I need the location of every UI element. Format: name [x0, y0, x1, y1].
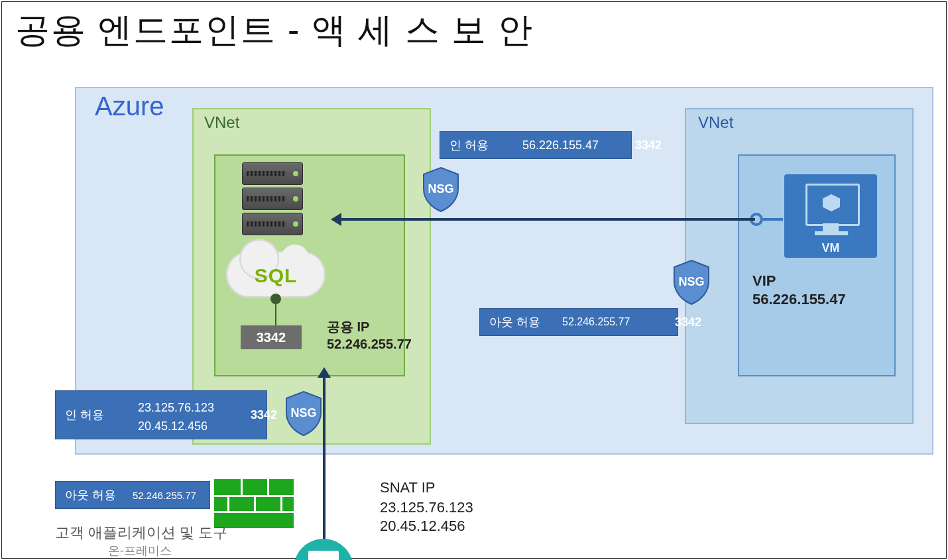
- rule-ip: 52.246.255.77: [126, 490, 206, 501]
- rule-ip: 52.246.255.77: [556, 316, 668, 328]
- rule-port: 3342: [628, 139, 678, 152]
- vm-label: VM: [784, 241, 877, 255]
- sql-cloud-icon: SQL: [226, 246, 326, 299]
- firewall-icon: [214, 479, 294, 528]
- rule-port: 3342: [668, 315, 718, 329]
- rule-ips: 23.125.76.123 20.45.12.456: [131, 394, 244, 435]
- nsg-shield-right: NSG: [672, 259, 711, 306]
- rule-ip2: 20.45.12.456: [138, 417, 237, 435]
- diagram-frame: 공용 엔드포인트 - 액 세 스 보 안 Azure VNet SQL 3342…: [1, 1, 947, 559]
- rule-action: 인 허용: [440, 137, 516, 153]
- onprem-subtitle: 온-프레미스: [108, 543, 172, 559]
- public-ip-value: 52.246.255.77: [327, 337, 412, 352]
- azure-label: Azure: [95, 91, 164, 121]
- svg-text:NSG: NSG: [678, 275, 704, 288]
- vnet-left-label: VNet: [204, 113, 239, 132]
- rule-action: 아웃 허용: [480, 314, 556, 330]
- rule-top-in: 인 허용 56.226.155.47 3342: [440, 131, 632, 159]
- arrow-vm-to-sql: [333, 218, 755, 221]
- public-ip-label: 공용 IP: [327, 318, 369, 336]
- vm-endpoint-stem: [763, 218, 783, 221]
- vip-label: VIP: [752, 272, 776, 290]
- rule-ip1: 23.125.76.123: [138, 398, 237, 417]
- rule-action: 아웃 허용: [56, 487, 126, 503]
- rule-ip: 56.226.155.47: [516, 139, 628, 152]
- nsg-shield-bottom: NSG: [284, 390, 324, 437]
- svg-text:NSG: NSG: [428, 182, 453, 196]
- rule-action: 인 허용: [56, 407, 131, 423]
- arrow-onprem-to-sql: [323, 370, 326, 542]
- vnet-right-label: VNet: [698, 113, 733, 132]
- rule-right-out: 아웃 허용 52.246.255.77 3342: [479, 308, 678, 336]
- snat-ip2: 20.45.12.456: [380, 518, 465, 535]
- snat-label: SNAT IP: [380, 479, 436, 496]
- nsg-shield-top: NSG: [421, 166, 461, 213]
- rule-onprem-out: 아웃 허용 52.246.255.77 3342: [55, 481, 210, 509]
- port-badge: 3342: [241, 325, 302, 349]
- svg-text:NSG: NSG: [290, 406, 316, 420]
- snat-ip1: 23.125.76.123: [380, 499, 473, 516]
- vip-value: 56.226.155.47: [752, 291, 846, 308]
- onprem-title: 고객 애플리케이션 및 도구: [55, 523, 227, 543]
- page-title: 공용 엔드포인트 - 액 세 스 보 안: [15, 7, 534, 54]
- sql-text: SQL: [226, 264, 326, 287]
- rule-left-in: 인 허용 23.125.76.123 20.45.12.456 3342: [55, 390, 267, 439]
- vm-icon: VM: [784, 174, 877, 258]
- client-device-icon: [294, 539, 353, 560]
